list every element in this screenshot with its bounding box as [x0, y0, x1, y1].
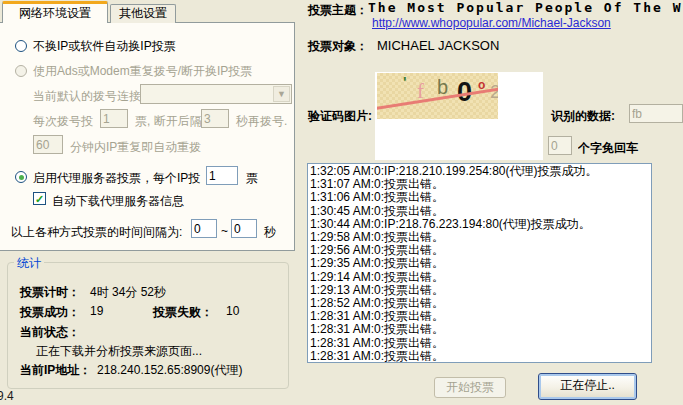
chevron-down-icon[interactable]: ▼ — [273, 86, 290, 102]
log-entry[interactable]: 1:30:45 AM:0:投票出错。 — [310, 205, 651, 218]
radio-no-ip-change[interactable] — [15, 40, 27, 52]
auto-download-proxy-checkbox[interactable]: ✓ — [33, 192, 46, 205]
votes-per-ip-input[interactable] — [206, 166, 238, 185]
autoenter-label: 个字免回车 — [578, 140, 683, 157]
current-ip-label: 当前IP地址： — [20, 362, 91, 379]
interval-suffix-label: 秒 — [264, 224, 276, 241]
version-text: 9.4 — [0, 389, 14, 403]
start-voting-button[interactable]: 开始投票 — [434, 377, 506, 398]
proxy-suffix-label: 票 — [246, 170, 258, 187]
dial-mid-label: 票, 断开后隔 — [135, 113, 202, 130]
auto-download-proxy-label[interactable]: 自动下载代理服务器信息 — [52, 193, 184, 210]
log-entry[interactable]: 1:28:31 AM:0:投票出错。 — [310, 350, 651, 363]
vote-success-label: 投票成功： — [20, 304, 80, 321]
log-entry[interactable]: 1:31:06 AM:0:投票出错。 — [310, 191, 651, 204]
tab-other-settings[interactable]: 其他设置 — [110, 4, 176, 23]
interval-label: 以上各种方式投票的时间间隔为: — [11, 224, 182, 241]
captcha-image-label: 验证码图片: — [308, 108, 372, 125]
dial-connection-label: 当前默认的拨号连接： — [33, 88, 153, 105]
vote-topic-link[interactable]: http://www.whopopular.com/Michael-Jackso… — [372, 16, 611, 30]
captcha-container: ' f b 0 o 2 — [375, 72, 543, 160]
radio-modem-redial[interactable] — [15, 65, 27, 77]
dial-connection-combobox[interactable]: ▼ — [140, 84, 292, 104]
tab-network-settings[interactable]: 网络环境设置 — [2, 1, 108, 23]
vote-topic-label: 投票主题： — [308, 2, 368, 19]
vote-topic-title: The Most Popular People Of The W — [368, 0, 683, 15]
captcha-char: 2 — [490, 81, 498, 103]
interval-max-input[interactable] — [231, 219, 257, 238]
stopping-button[interactable]: 正在停止.. — [538, 373, 637, 400]
radio-proxy-voting[interactable] — [15, 171, 27, 183]
dial-suffix-label: 秒再拨号. — [236, 113, 287, 130]
captcha-image: ' f b 0 o 2 — [377, 73, 498, 119]
log-entry[interactable]: 1:29:14 AM:0:投票出错。 — [310, 271, 651, 284]
redial-minutes-input[interactable] — [33, 135, 63, 154]
autoenter-count-input[interactable] — [548, 136, 572, 155]
current-ip-value: 218.240.152.65:8909(代理) — [97, 362, 242, 379]
dial-wait-seconds-input[interactable] — [201, 109, 229, 128]
current-status-value: 正在下载并分析投票来源页面... — [36, 343, 202, 360]
radio-proxy-voting-label[interactable]: 启用代理服务器投票，每个IP投 — [33, 170, 200, 187]
vote-timer-label: 投票计时： — [20, 284, 80, 301]
votes-per-dial-input[interactable] — [100, 109, 128, 128]
redial-label: 分钟内IP重复即自动重拨 — [70, 139, 201, 156]
stats-group-title: 统计 — [14, 255, 44, 272]
vote-log-listbox[interactable]: 1:32:05 AM:0:IP:218.210.199.254:80(代理)投票… — [307, 163, 652, 363]
vote-target-value: MICHAEL JACKSON — [377, 38, 499, 53]
vote-fail-value: 10 — [226, 304, 239, 318]
log-entry[interactable]: 1:29:35 AM:0:投票出错。 — [310, 257, 651, 270]
log-entry[interactable]: 1:28:31 AM:0:投票出错。 — [310, 337, 651, 350]
current-status-label: 当前状态： — [20, 324, 80, 341]
interval-tilde-label: ~ — [221, 224, 228, 238]
vote-success-value: 19 — [90, 304, 103, 318]
captcha-char: ' — [403, 73, 407, 90]
radio-no-ip-change-label[interactable]: 不换IP或软件自动换IP投票 — [33, 38, 176, 55]
log-entry[interactable]: 1:28:31 AM:0:投票出错。 — [310, 323, 651, 336]
recognized-data-input[interactable] — [629, 104, 683, 123]
vote-target-label: 投票对象： — [308, 38, 368, 55]
interval-min-input[interactable] — [191, 219, 217, 238]
radio-modem-redial-label[interactable]: 使用Ads或Modem重复拨号/断开换IP投票 — [33, 63, 252, 80]
vote-timer-value: 4时 34分 52秒 — [90, 284, 166, 301]
dial-votes-prefix-label: 每次拨号投 — [33, 113, 93, 130]
vote-fail-label: 投票失败： — [153, 304, 213, 321]
recognized-data-label: 识别的数据: — [551, 108, 615, 125]
